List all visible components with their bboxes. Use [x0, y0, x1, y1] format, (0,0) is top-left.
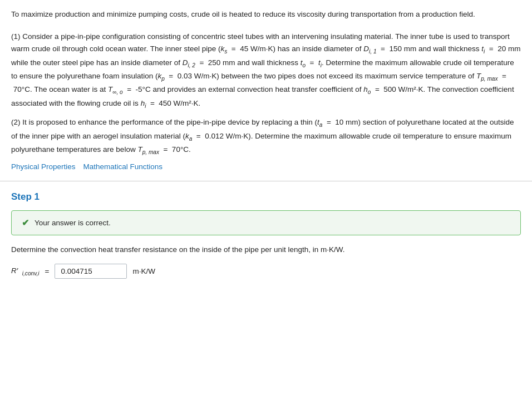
step1-title: Step 1 — [11, 191, 521, 203]
mathematical-functions-link[interactable]: Mathematical Functions — [83, 162, 163, 171]
answer-label: R′ i,conv,i — [11, 266, 40, 276]
correct-message: Your answer is correct. — [35, 219, 111, 227]
problem2-text: (2) It is proposed to enhance the perfor… — [11, 118, 514, 154]
step1-section: Step 1 ✔ Your answer is correct. Determi… — [0, 181, 532, 279]
checkmark-icon: ✔ — [22, 218, 29, 228]
answer-row: R′ i,conv,i = m·K/W — [11, 264, 521, 279]
answer-unit: m·K/W — [132, 267, 155, 275]
answer-subscript: i,conv,i — [22, 270, 40, 276]
problem2-paragraph: (2) It is proposed to enhance the perfor… — [11, 116, 521, 157]
physical-properties-link[interactable]: Physical Properties — [11, 162, 76, 171]
answer-input[interactable] — [55, 264, 127, 279]
intro-paragraph: To maximize production and minimize pump… — [11, 9, 521, 21]
main-content: To maximize production and minimize pump… — [0, 0, 532, 171]
answer-equals: = — [45, 267, 50, 275]
problem1-paragraph: (1) Consider a pipe-in-pipe configuratio… — [11, 31, 521, 111]
step-instruction: Determine the convection heat transfer r… — [11, 244, 521, 256]
links-row: Physical Properties Mathematical Functio… — [11, 162, 521, 171]
r-prime-symbol: R′ — [11, 266, 18, 275]
problem1-text: (1) Consider a pipe-in-pipe configuratio… — [11, 32, 520, 107]
correct-banner: ✔ Your answer is correct. — [11, 210, 521, 235]
